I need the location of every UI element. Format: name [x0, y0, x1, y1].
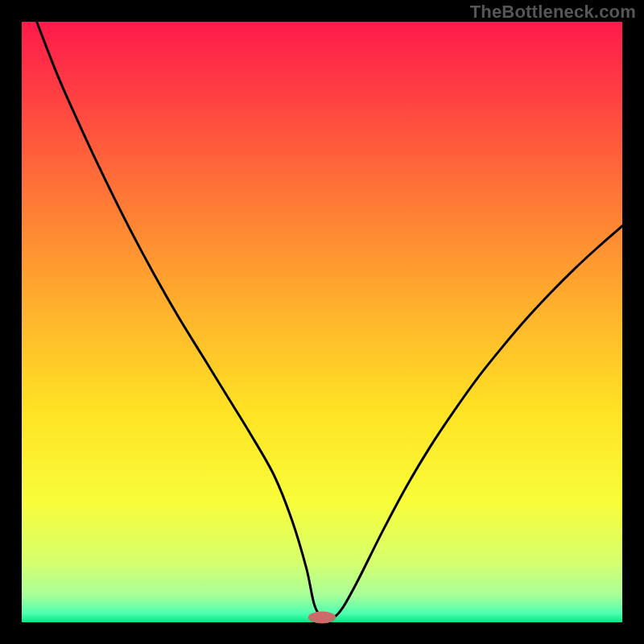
bottleneck-chart [0, 0, 644, 644]
optimum-marker [308, 612, 336, 624]
plot-background [22, 22, 622, 622]
chart-frame: TheBottleneck.com [0, 0, 644, 644]
